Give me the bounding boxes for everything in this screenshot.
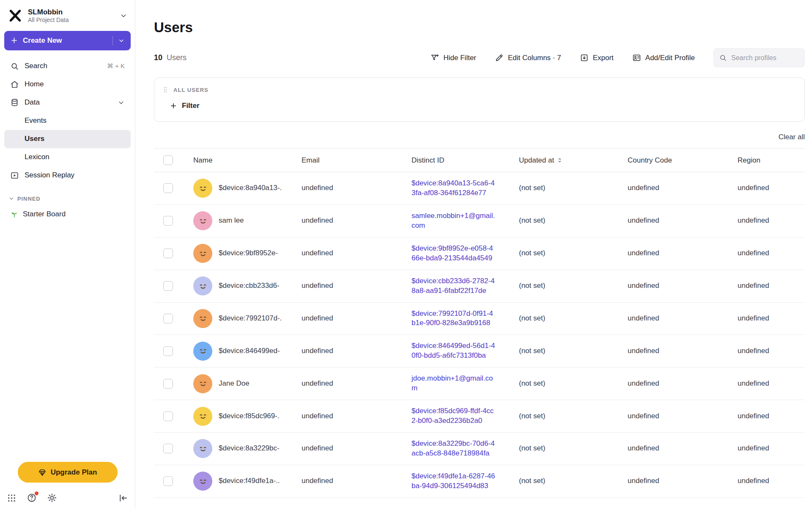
search-icon [10, 62, 19, 71]
sidebar-item-home[interactable]: Home [4, 75, 131, 94]
email-cell: undefined [302, 346, 411, 356]
create-new-menu-toggle[interactable] [112, 36, 125, 45]
row-checkbox[interactable] [163, 444, 173, 453]
search-profiles-box [713, 48, 805, 67]
chevron-down-icon [8, 196, 14, 202]
row-checkbox[interactable] [163, 183, 173, 193]
column-header-email: Email [302, 156, 411, 165]
row-checkbox-cell [154, 248, 193, 258]
distinct-id-link[interactable]: $device:7992107d-0f91-4b1e-90f0-828e3a9b… [411, 309, 496, 329]
data-label: Data [25, 98, 40, 107]
toolbar-actions: Hide Filter Edit Columns · 7 Export Add/… [431, 48, 805, 67]
sidebar-item-session-replay[interactable]: Session Replay [4, 166, 131, 185]
sidebar-item-data[interactable]: Data [4, 94, 131, 112]
row-checkbox[interactable] [163, 411, 173, 421]
row-checkbox[interactable] [163, 379, 173, 389]
user-name: $device:f85dc969-. [219, 411, 280, 421]
help-button[interactable] [27, 493, 37, 503]
user-name: Jane Doe [219, 379, 250, 389]
select-all-checkbox[interactable] [163, 155, 173, 165]
collapse-sidebar-button[interactable] [118, 493, 128, 503]
column-header-updated-at[interactable]: Updated at [519, 156, 628, 165]
search-profiles-input[interactable] [731, 54, 799, 62]
avatar [193, 244, 212, 263]
pinned-label: PINNED [17, 196, 41, 202]
sidebar-item-users[interactable]: Users [4, 130, 131, 148]
distinct-id-cell: $device:cbb233d6-2782-48a8-aa91-6fabf22f… [411, 276, 519, 296]
export-csv-icon [580, 53, 589, 62]
updated-at-label: Updated at [519, 156, 554, 165]
row-checkbox[interactable] [163, 248, 173, 258]
clear-all-link[interactable]: Clear all [779, 133, 805, 141]
database-icon [10, 98, 19, 107]
table-row: $device:846499ed-undefined$device:846499… [154, 335, 805, 367]
add-filter-button[interactable]: Filter [170, 102, 200, 110]
updated-at-cell: (not set) [519, 346, 628, 356]
updated-at-cell: (not set) [519, 281, 628, 291]
hide-filter-button[interactable]: Hide Filter [431, 53, 476, 62]
region-cell: undefined [738, 444, 805, 453]
add-edit-profile-button[interactable]: Add/Edit Profile [632, 53, 695, 62]
distinct-id-link[interactable]: $device:f85dc969-ffdf-4cc2-b0f0-a3ed2236… [411, 406, 496, 426]
distinct-id-link[interactable]: samlee.mobbin+1@gmail.com [411, 211, 496, 231]
user-name: sam lee [219, 216, 244, 226]
search-icon [719, 54, 727, 62]
country-code-cell: undefined [628, 411, 738, 421]
region-cell: undefined [738, 216, 805, 226]
avatar [193, 211, 212, 230]
sidebar-item-search[interactable]: Search ⌘ + K [4, 57, 131, 75]
table-row: $device:9bf8952e-undefined$device:9bf895… [154, 237, 805, 270]
settings-button[interactable] [47, 493, 57, 503]
create-new-button[interactable]: Create New [4, 31, 131, 50]
distinct-id-link[interactable]: $device:8a3229bc-70d6-4acb-a5c8-848e7189… [411, 439, 496, 458]
home-icon [10, 80, 19, 89]
workspace-switcher[interactable]: SLMobbin All Project Data [4, 7, 131, 28]
name-cell: $device:7992107d-. [193, 309, 302, 328]
row-checkbox[interactable] [163, 216, 173, 226]
search-shortcut: ⌘ + K [107, 62, 125, 70]
edit-columns-button[interactable]: Edit Columns · 7 [495, 53, 561, 62]
user-name: $device:f49dfe1a-.. [219, 476, 280, 486]
page-title: Users [154, 19, 805, 36]
updated-at-cell: (not set) [519, 216, 628, 226]
row-checkbox[interactable] [163, 281, 173, 291]
toolbar: 10 Users Hide Filter Edit Columns · 7 [154, 48, 805, 67]
column-header-region: Region [738, 156, 805, 165]
distinct-id-link[interactable]: $device:9bf8952e-e058-466e-bda9-213544da… [411, 244, 496, 263]
drag-handle-icon[interactable] [162, 86, 169, 93]
distinct-id-link[interactable]: $device:846499ed-56d1-40f0-bdd5-a6fc7313… [411, 341, 496, 361]
sidebar-item-events[interactable]: Events [4, 112, 131, 130]
edit-columns-label: Edit Columns · 7 [508, 54, 561, 62]
country-code-cell: undefined [628, 183, 738, 193]
table-row: $device:8a3229bc-undefined$device:8a3229… [154, 433, 805, 465]
main-content: Users 10 Users Hide Filter Edit Columns … [135, 0, 812, 508]
distinct-id-link[interactable]: $device:cbb233d6-2782-48a8-aa91-6fabf22f… [411, 276, 496, 296]
apps-grid-button[interactable] [7, 493, 16, 503]
row-checkbox-cell [154, 444, 193, 453]
table-body: $device:8a940a13-.undefined$device:8a940… [154, 172, 805, 498]
pinned-section-toggle[interactable]: PINNED [4, 196, 131, 202]
row-checkbox[interactable] [163, 314, 173, 323]
sidebar-item-lexicon[interactable]: Lexicon [4, 148, 131, 166]
session-replay-label: Session Replay [25, 171, 74, 179]
sidebar-item-starter-board[interactable]: Starter Board [4, 205, 131, 223]
row-checkbox[interactable] [163, 346, 173, 356]
region-cell: undefined [738, 314, 805, 323]
name-cell: Jane Doe [193, 374, 302, 393]
lexicon-label: Lexicon [25, 153, 49, 161]
name-cell: $device:846499ed- [193, 342, 302, 361]
table-header: Name Email Distinct ID Updated at Countr… [154, 148, 805, 172]
region-cell: undefined [738, 346, 805, 356]
distinct-id-link[interactable]: $device:8a940a13-5ca6-43fa-af08-364f6128… [411, 179, 496, 198]
upgrade-plan-button[interactable]: Upgrade Plan [18, 462, 118, 483]
sort-icon[interactable] [557, 157, 563, 163]
divider [112, 36, 113, 45]
row-checkbox[interactable] [163, 476, 173, 486]
table-row: $device:cbb233d6-undefined$device:cbb233… [154, 270, 805, 303]
row-checkbox-cell [154, 411, 193, 421]
country-code-cell: undefined [628, 444, 738, 453]
distinct-id-link[interactable]: jdoe.mobbin+1@gmail.com [411, 374, 496, 393]
country-code-cell: undefined [628, 346, 738, 356]
distinct-id-link[interactable]: $device:f49dfe1a-6287-46ba-94d9-30612549… [411, 472, 496, 491]
export-button[interactable]: Export [580, 53, 614, 62]
